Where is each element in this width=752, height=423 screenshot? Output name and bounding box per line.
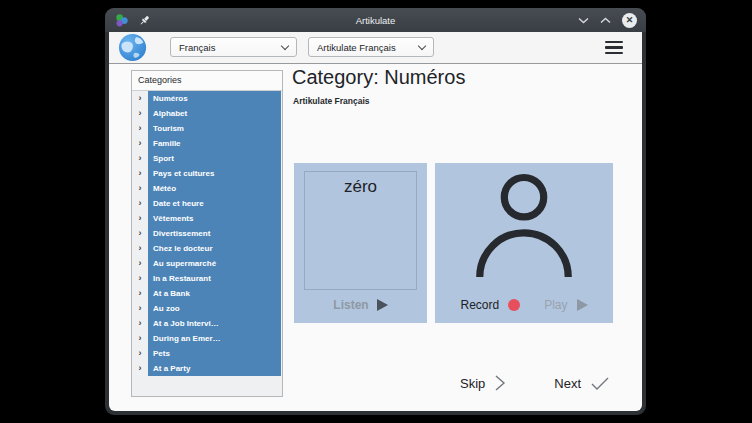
- categories-panel: Categories › Numéros › Alphabet › Touris…: [131, 70, 283, 397]
- toolbar: Français Artikulate Français: [109, 32, 642, 64]
- sidebar-item-label: At a Bank: [148, 286, 281, 301]
- expand-chevron-icon[interactable]: ›: [132, 361, 148, 376]
- page-title: Category: Numéros: [292, 66, 465, 89]
- chevron-down-icon: [281, 41, 289, 49]
- sidebar-item-at-a-job-interview[interactable]: › At a Job Intervi…: [132, 316, 282, 331]
- phrase-box: zéro: [304, 171, 417, 290]
- sidebar-item-label: Date et heure: [148, 196, 281, 211]
- skip-button-label: Skip: [460, 376, 485, 391]
- record-button-label: Record: [460, 298, 499, 312]
- sidebar-item-meteo[interactable]: › Météo: [132, 181, 282, 196]
- sidebar-item-at-a-bank[interactable]: › At a Bank: [132, 286, 282, 301]
- sidebar-item-label: Numéros: [148, 91, 281, 106]
- sidebar-item-label: Vêtements: [148, 211, 281, 226]
- expand-chevron-icon[interactable]: ›: [132, 166, 148, 181]
- sidebar-item-in-a-restaurant[interactable]: › In a Restaurant: [132, 271, 282, 286]
- skip-button[interactable]: Skip: [460, 374, 506, 392]
- sidebar-item-label: Pays et cultures: [148, 166, 281, 181]
- sidebar-item-pets[interactable]: › Pets: [132, 346, 282, 361]
- expand-chevron-icon[interactable]: ›: [132, 286, 148, 301]
- language-select-value: Français: [179, 42, 215, 53]
- sidebar-item-au-zoo[interactable]: › Au zoo: [132, 301, 282, 316]
- sidebar-item-label: During an Emer…: [148, 331, 281, 346]
- expand-chevron-icon[interactable]: ›: [132, 196, 148, 211]
- sidebar-item-label: Tourism: [148, 121, 281, 136]
- expand-chevron-icon[interactable]: ›: [132, 256, 148, 271]
- sidebar-item-pays-et-cultures[interactable]: › Pays et cultures: [132, 166, 282, 181]
- expand-chevron-icon[interactable]: ›: [132, 211, 148, 226]
- listen-button-label: Listen: [333, 298, 368, 312]
- expand-chevron-icon[interactable]: ›: [132, 106, 148, 121]
- chevron-down-icon: [418, 41, 426, 49]
- next-button-label: Next: [554, 376, 581, 391]
- app-icon[interactable]: [114, 13, 129, 28]
- sidebar-item-label: Famille: [148, 136, 281, 151]
- sidebar-item-label: In a Restaurant: [148, 271, 281, 286]
- record-icon[interactable]: [508, 299, 520, 311]
- sidebar-item-tourism[interactable]: › Tourism: [132, 121, 282, 136]
- next-check-icon: [590, 376, 610, 391]
- language-select[interactable]: Français: [170, 37, 297, 57]
- course-select-value: Artikulate Français: [317, 42, 396, 53]
- sidebar-item-label: Divertissement: [148, 226, 281, 241]
- sidebar-item-alphabet[interactable]: › Alphabet: [132, 106, 282, 121]
- maximize-icon[interactable]: [600, 17, 611, 24]
- sidebar-item-date-et-heure[interactable]: › Date et heure: [132, 196, 282, 211]
- minimize-icon[interactable]: [578, 17, 589, 24]
- user-icon: [474, 173, 574, 285]
- expand-chevron-icon[interactable]: ›: [132, 181, 148, 196]
- sidebar-item-label: Météo: [148, 181, 281, 196]
- window-body: Français Artikulate Français Categories …: [109, 32, 642, 411]
- pin-icon[interactable]: [138, 14, 151, 27]
- play-button-label: Play: [544, 298, 567, 312]
- sidebar-item-vetements[interactable]: › Vêtements: [132, 211, 282, 226]
- record-card: Record Play: [435, 163, 613, 323]
- sidebar-item-divertissement[interactable]: › Divertissement: [132, 226, 282, 241]
- categories-header: Categories: [132, 71, 282, 91]
- sidebar-item-au-supermarche[interactable]: › Au supermarché: [132, 256, 282, 271]
- skip-chevron-icon: [494, 374, 506, 392]
- sidebar-item-label: Pets: [148, 346, 281, 361]
- artikulate-window: Artikulate ✕: [105, 8, 646, 415]
- expand-chevron-icon[interactable]: ›: [132, 301, 148, 316]
- sidebar-item-during-an-emergency[interactable]: › During an Emer…: [132, 331, 282, 346]
- sidebar-item-label: Au zoo: [148, 301, 281, 316]
- menu-icon[interactable]: [605, 41, 623, 54]
- expand-chevron-icon[interactable]: ›: [132, 151, 148, 166]
- course-select[interactable]: Artikulate Français: [308, 37, 434, 57]
- expand-chevron-icon[interactable]: ›: [132, 271, 148, 286]
- page-subtitle: Artikulate Français: [293, 96, 370, 106]
- play-recording-icon[interactable]: [577, 299, 588, 311]
- next-button[interactable]: Next: [554, 376, 610, 391]
- sidebar-item-label: At a Party: [148, 361, 281, 376]
- expand-chevron-icon[interactable]: ›: [132, 331, 148, 346]
- phrase-text: zéro: [305, 177, 416, 197]
- expand-chevron-icon[interactable]: ›: [132, 226, 148, 241]
- expand-chevron-icon[interactable]: ›: [132, 121, 148, 136]
- sidebar-item-label: Sport: [148, 151, 281, 166]
- sidebar-item-label: At a Job Intervi…: [148, 316, 281, 331]
- sidebar-item-famille[interactable]: › Famille: [132, 136, 282, 151]
- expand-chevron-icon[interactable]: ›: [132, 346, 148, 361]
- close-icon[interactable]: ✕: [622, 13, 637, 28]
- expand-chevron-icon[interactable]: ›: [132, 91, 148, 106]
- expand-chevron-icon[interactable]: ›: [132, 241, 148, 256]
- sidebar-item-label: Au supermarché: [148, 256, 281, 271]
- window-title: Artikulate: [105, 15, 646, 26]
- expand-chevron-icon[interactable]: ›: [132, 136, 148, 151]
- phrase-card: zéro Listen: [294, 163, 427, 323]
- sidebar-item-sport[interactable]: › Sport: [132, 151, 282, 166]
- sidebar-item-label: Chez le docteur: [148, 241, 281, 256]
- globe-icon: [118, 33, 147, 62]
- play-native-icon[interactable]: [377, 299, 388, 311]
- expand-chevron-icon[interactable]: ›: [132, 316, 148, 331]
- sidebar-item-chez-le-docteur[interactable]: › Chez le docteur: [132, 241, 282, 256]
- footer-navigation: Skip Next: [460, 370, 610, 396]
- sidebar-item-label: Alphabet: [148, 106, 281, 121]
- sidebar-item-at-a-party[interactable]: › At a Party: [132, 361, 282, 376]
- titlebar[interactable]: Artikulate ✕: [105, 8, 646, 32]
- sidebar-item-numeros[interactable]: › Numéros: [132, 91, 282, 106]
